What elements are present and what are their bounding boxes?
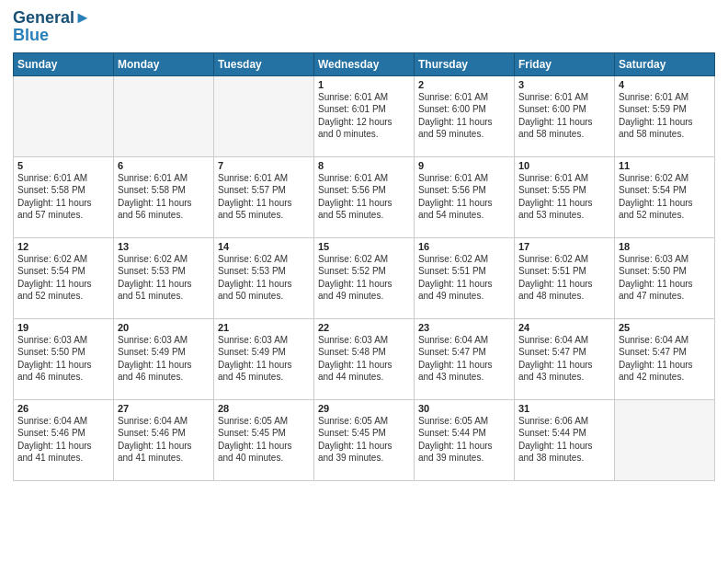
cell-content: Sunrise: 6:03 AMSunset: 5:49 PMDaylight:… <box>118 334 210 384</box>
calendar-cell: 30Sunrise: 6:05 AMSunset: 5:44 PMDayligh… <box>415 399 515 480</box>
col-header-sunday: Sunday <box>14 52 114 75</box>
day-number: 23 <box>418 322 510 333</box>
cell-content: Sunrise: 6:01 AMSunset: 5:56 PMDaylight:… <box>318 172 410 222</box>
day-number: 13 <box>118 241 210 252</box>
day-number: 31 <box>518 403 610 414</box>
calendar-cell: 26Sunrise: 6:04 AMSunset: 5:46 PMDayligh… <box>14 399 114 480</box>
calendar-cell <box>114 75 214 156</box>
col-header-tuesday: Tuesday <box>214 52 314 75</box>
cell-content: Sunrise: 6:03 AMSunset: 5:48 PMDaylight:… <box>318 334 410 384</box>
day-number: 29 <box>318 403 410 414</box>
calendar-cell: 22Sunrise: 6:03 AMSunset: 5:48 PMDayligh… <box>314 318 415 399</box>
day-number: 19 <box>17 322 109 333</box>
calendar-cell: 2Sunrise: 6:01 AMSunset: 6:00 PMDaylight… <box>415 75 515 156</box>
day-number: 24 <box>518 322 610 333</box>
cell-content: Sunrise: 6:02 AMSunset: 5:54 PMDaylight:… <box>17 253 109 303</box>
day-number: 14 <box>218 241 310 252</box>
cell-content: Sunrise: 6:03 AMSunset: 5:50 PMDaylight:… <box>17 334 109 384</box>
header: General► Blue <box>13 9 715 45</box>
cell-content: Sunrise: 6:04 AMSunset: 5:47 PMDaylight:… <box>619 334 711 384</box>
calendar-cell: 16Sunrise: 6:02 AMSunset: 5:51 PMDayligh… <box>415 237 515 318</box>
cell-content: Sunrise: 6:02 AMSunset: 5:52 PMDaylight:… <box>318 253 410 303</box>
cell-content: Sunrise: 6:03 AMSunset: 5:50 PMDaylight:… <box>619 253 711 303</box>
calendar-cell <box>615 399 715 480</box>
day-number: 15 <box>318 241 410 252</box>
cell-content: Sunrise: 6:01 AMSunset: 5:58 PMDaylight:… <box>17 172 109 222</box>
calendar-cell: 25Sunrise: 6:04 AMSunset: 5:47 PMDayligh… <box>615 318 715 399</box>
calendar-cell: 24Sunrise: 6:04 AMSunset: 5:47 PMDayligh… <box>515 318 615 399</box>
calendar-cell: 17Sunrise: 6:02 AMSunset: 5:51 PMDayligh… <box>515 237 615 318</box>
calendar-cell: 20Sunrise: 6:03 AMSunset: 5:49 PMDayligh… <box>114 318 214 399</box>
cell-content: Sunrise: 6:04 AMSunset: 5:47 PMDaylight:… <box>418 334 510 384</box>
cell-content: Sunrise: 6:01 AMSunset: 6:01 PMDaylight:… <box>318 91 410 141</box>
day-number: 8 <box>318 160 410 171</box>
cell-content: Sunrise: 6:05 AMSunset: 5:45 PMDaylight:… <box>218 415 310 465</box>
calendar-cell: 11Sunrise: 6:02 AMSunset: 5:54 PMDayligh… <box>615 156 715 237</box>
calendar-cell: 3Sunrise: 6:01 AMSunset: 6:00 PMDaylight… <box>515 75 615 156</box>
cell-content: Sunrise: 6:01 AMSunset: 6:00 PMDaylight:… <box>418 91 510 141</box>
calendar-cell <box>14 75 114 156</box>
week-row-3: 19Sunrise: 6:03 AMSunset: 5:50 PMDayligh… <box>14 318 715 399</box>
day-number: 26 <box>17 403 109 414</box>
day-number: 1 <box>318 79 410 90</box>
cell-content: Sunrise: 6:04 AMSunset: 5:47 PMDaylight:… <box>518 334 610 384</box>
col-header-wednesday: Wednesday <box>314 52 415 75</box>
cell-content: Sunrise: 6:03 AMSunset: 5:49 PMDaylight:… <box>218 334 310 384</box>
calendar-cell: 19Sunrise: 6:03 AMSunset: 5:50 PMDayligh… <box>14 318 114 399</box>
day-number: 9 <box>418 160 510 171</box>
calendar-cell: 18Sunrise: 6:03 AMSunset: 5:50 PMDayligh… <box>615 237 715 318</box>
cell-content: Sunrise: 6:06 AMSunset: 5:44 PMDaylight:… <box>518 415 610 465</box>
col-header-thursday: Thursday <box>415 52 515 75</box>
day-number: 21 <box>218 322 310 333</box>
cell-content: Sunrise: 6:01 AMSunset: 5:57 PMDaylight:… <box>218 172 310 222</box>
logo: General► Blue <box>13 9 91 45</box>
cell-content: Sunrise: 6:04 AMSunset: 5:46 PMDaylight:… <box>17 415 109 465</box>
day-number: 11 <box>619 160 711 171</box>
calendar-cell <box>214 75 314 156</box>
cell-content: Sunrise: 6:04 AMSunset: 5:46 PMDaylight:… <box>118 415 210 465</box>
cell-content: Sunrise: 6:05 AMSunset: 5:44 PMDaylight:… <box>418 415 510 465</box>
calendar-cell: 6Sunrise: 6:01 AMSunset: 5:58 PMDaylight… <box>114 156 214 237</box>
day-number: 5 <box>17 160 109 171</box>
logo-text: General► <box>13 9 91 28</box>
week-row-1: 5Sunrise: 6:01 AMSunset: 5:58 PMDaylight… <box>14 156 715 237</box>
calendar-cell: 1Sunrise: 6:01 AMSunset: 6:01 PMDaylight… <box>314 75 415 156</box>
calendar-cell: 5Sunrise: 6:01 AMSunset: 5:58 PMDaylight… <box>14 156 114 237</box>
day-number: 16 <box>418 241 510 252</box>
cell-content: Sunrise: 6:05 AMSunset: 5:45 PMDaylight:… <box>318 415 410 465</box>
day-number: 27 <box>118 403 210 414</box>
calendar-cell: 12Sunrise: 6:02 AMSunset: 5:54 PMDayligh… <box>14 237 114 318</box>
calendar-cell: 29Sunrise: 6:05 AMSunset: 5:45 PMDayligh… <box>314 399 415 480</box>
calendar-cell: 14Sunrise: 6:02 AMSunset: 5:53 PMDayligh… <box>214 237 314 318</box>
cell-content: Sunrise: 6:02 AMSunset: 5:51 PMDaylight:… <box>418 253 510 303</box>
calendar-cell: 15Sunrise: 6:02 AMSunset: 5:52 PMDayligh… <box>314 237 415 318</box>
week-row-4: 26Sunrise: 6:04 AMSunset: 5:46 PMDayligh… <box>14 399 715 480</box>
calendar-header-row: SundayMondayTuesdayWednesdayThursdayFrid… <box>14 52 715 75</box>
week-row-2: 12Sunrise: 6:02 AMSunset: 5:54 PMDayligh… <box>14 237 715 318</box>
logo-blue: Blue <box>13 26 91 45</box>
day-number: 28 <box>218 403 310 414</box>
day-number: 30 <box>418 403 510 414</box>
calendar-cell: 21Sunrise: 6:03 AMSunset: 5:49 PMDayligh… <box>214 318 314 399</box>
day-number: 2 <box>418 79 510 90</box>
day-number: 18 <box>619 241 711 252</box>
day-number: 25 <box>619 322 711 333</box>
day-number: 20 <box>118 322 210 333</box>
calendar-cell: 8Sunrise: 6:01 AMSunset: 5:56 PMDaylight… <box>314 156 415 237</box>
day-number: 17 <box>518 241 610 252</box>
cell-content: Sunrise: 6:01 AMSunset: 5:55 PMDaylight:… <box>518 172 610 222</box>
day-number: 10 <box>518 160 610 171</box>
day-number: 12 <box>17 241 109 252</box>
day-number: 6 <box>118 160 210 171</box>
calendar: SundayMondayTuesdayWednesdayThursdayFrid… <box>13 52 715 481</box>
calendar-cell: 4Sunrise: 6:01 AMSunset: 5:59 PMDaylight… <box>615 75 715 156</box>
calendar-cell: 31Sunrise: 6:06 AMSunset: 5:44 PMDayligh… <box>515 399 615 480</box>
calendar-cell: 9Sunrise: 6:01 AMSunset: 5:56 PMDaylight… <box>415 156 515 237</box>
cell-content: Sunrise: 6:02 AMSunset: 5:51 PMDaylight:… <box>518 253 610 303</box>
day-number: 22 <box>318 322 410 333</box>
cell-content: Sunrise: 6:02 AMSunset: 5:53 PMDaylight:… <box>218 253 310 303</box>
cell-content: Sunrise: 6:02 AMSunset: 5:53 PMDaylight:… <box>118 253 210 303</box>
col-header-monday: Monday <box>114 52 214 75</box>
day-number: 7 <box>218 160 310 171</box>
calendar-cell: 10Sunrise: 6:01 AMSunset: 5:55 PMDayligh… <box>515 156 615 237</box>
